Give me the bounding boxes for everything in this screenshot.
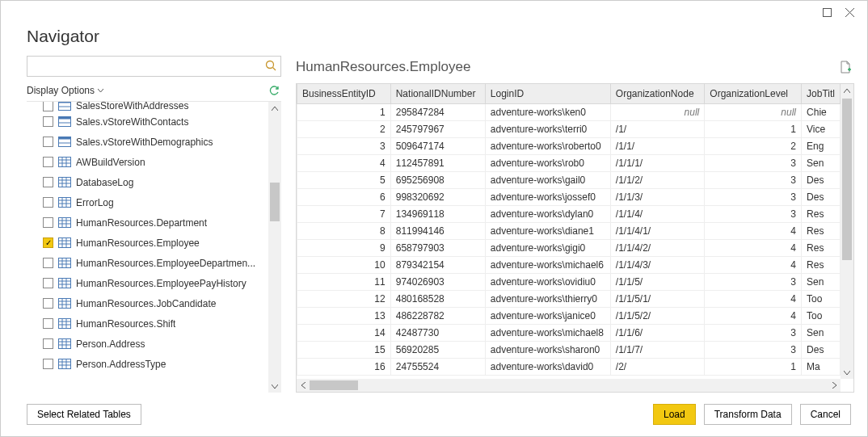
svg-rect-6 — [59, 102, 71, 103]
table-row[interactable]: 10879342154adventure-works\michael6/1/1/… — [297, 256, 841, 273]
tree-item[interactable]: SalesStoreWithAddresses — [27, 102, 268, 111]
cell: 3 — [705, 324, 802, 341]
svg-rect-34 — [59, 237, 71, 247]
checkbox[interactable] — [43, 359, 53, 369]
navigator-tree[interactable]: SalesStoreWithAddressesSales.vStoreWithC… — [27, 102, 268, 393]
scroll-up-icon[interactable] — [841, 84, 853, 97]
tree-item-label: DatabaseLog — [76, 177, 133, 188]
table-row[interactable]: 8811994146adventure-works\diane1/1/1/4/1… — [297, 222, 841, 239]
grid-vertical-scrollbar[interactable] — [841, 84, 853, 379]
tree-item[interactable]: HumanResources.Employee — [27, 233, 268, 253]
table-row[interactable]: 1556920285adventure-works\sharon0/1/1/7/… — [297, 341, 841, 358]
refresh-button[interactable] — [268, 85, 280, 96]
table-row[interactable]: 11974026903adventure-works\ovidiu0/1/1/5… — [297, 273, 841, 290]
tree-item[interactable]: DatabaseLog — [27, 172, 268, 192]
checkbox[interactable] — [43, 278, 53, 288]
scroll-down-icon[interactable] — [268, 380, 281, 393]
checkbox[interactable] — [43, 338, 53, 349]
tree-item-label: Person.Address — [76, 338, 145, 350]
scroll-down-icon[interactable] — [841, 366, 853, 379]
checkbox[interactable] — [43, 258, 53, 268]
scroll-thumb[interactable] — [842, 99, 852, 260]
cell: adventure-works\terri0 — [485, 120, 610, 137]
table-row[interactable]: 7134969118adventure-works\dylan0/1/1/4/3… — [297, 205, 841, 222]
tree-item[interactable]: ErrorLog — [27, 192, 268, 212]
navigator-dialog: Navigator Display Options SalesStoreWi — [0, 0, 868, 437]
table-row[interactable]: 12480168528adventure-works\thierry0/1/1/… — [297, 290, 841, 307]
cell: Too — [802, 290, 841, 307]
table-row[interactable]: 2245797967adventure-works\terri0/1/1Vice — [297, 120, 841, 137]
checkbox[interactable] — [43, 217, 53, 228]
checkbox[interactable] — [43, 318, 53, 329]
cell: 8 — [297, 222, 391, 239]
tree-item[interactable]: AWBuildVersion — [27, 152, 268, 172]
tree-item[interactable]: Sales.vStoreWithDemographics — [27, 132, 268, 152]
column-header[interactable]: LoginID — [485, 84, 610, 103]
refresh-icon — [268, 85, 280, 96]
cell: 10 — [297, 256, 391, 273]
preview-options-button[interactable] — [840, 61, 851, 74]
table-row[interactable]: 9658797903adventure-works\gigi0/1/1/4/2/… — [297, 239, 841, 256]
table-row[interactable]: 6998320692adventure-works\jossef0/1/1/3/… — [297, 188, 841, 205]
tree-item[interactable]: HumanResources.Shift — [27, 313, 268, 334]
tree-item[interactable]: Person.Address — [27, 334, 268, 354]
checkbox[interactable] — [43, 197, 53, 208]
tree-item[interactable]: HumanResources.EmployeePayHistory — [27, 273, 268, 293]
cancel-button[interactable]: Cancel — [800, 404, 851, 425]
search-icon[interactable] — [265, 60, 276, 71]
transform-data-button[interactable]: Transform Data — [704, 404, 792, 425]
tree-vertical-scrollbar[interactable] — [268, 102, 281, 393]
select-related-tables-button[interactable]: Select Related Tables — [27, 404, 141, 425]
scroll-right-icon[interactable] — [828, 379, 841, 392]
close-button[interactable] — [838, 4, 861, 20]
cell: Ma — [802, 358, 841, 375]
column-header[interactable]: NationalIDNumber — [390, 84, 485, 103]
tree-item[interactable]: HumanResources.Department — [27, 212, 268, 233]
data-grid[interactable]: BusinessEntityIDNationalIDNumberLoginIDO… — [296, 83, 854, 393]
table-row[interactable]: 1624755524adventure-works\david0/2/1Ma — [297, 358, 841, 375]
checkbox[interactable] — [43, 137, 53, 147]
table-row[interactable]: 13486228782adventure-works\janice0/1/1/5… — [297, 307, 841, 324]
display-options-dropdown[interactable]: Display Options — [27, 85, 103, 96]
tree-item[interactable]: HumanResources.EmployeeDepartmen... — [27, 253, 268, 273]
checkbox[interactable] — [43, 298, 53, 309]
cell: /1/ — [610, 120, 704, 137]
scroll-thumb[interactable] — [310, 380, 358, 390]
table-row[interactable]: 1295847284adventure-works\ken0nullnullCh… — [297, 103, 841, 120]
cell: /1/1/4/1/ — [610, 222, 704, 239]
grid-horizontal-scrollbar[interactable] — [297, 379, 841, 392]
checkbox[interactable] — [43, 177, 53, 187]
column-header[interactable]: OrganizationLevel — [705, 84, 802, 103]
search-input[interactable] — [27, 56, 281, 77]
cell: 2 — [705, 137, 802, 154]
tree-item[interactable]: HumanResources.JobCandidate — [27, 293, 268, 313]
table-row[interactable]: 5695256908adventure-works\gail0/1/1/2/3D… — [297, 171, 841, 188]
checkbox[interactable] — [43, 237, 53, 248]
cell: 4 — [705, 307, 802, 324]
svg-rect-0 — [823, 8, 831, 16]
load-button[interactable]: Load — [653, 404, 696, 425]
cell: 480168528 — [390, 290, 485, 307]
column-header[interactable]: BusinessEntityID — [297, 84, 391, 103]
scroll-thumb[interactable] — [270, 183, 280, 221]
tree-item-label: ErrorLog — [76, 197, 114, 208]
scroll-up-icon[interactable] — [268, 102, 281, 115]
table-row[interactable]: 3509647174adventure-works\roberto0/1/1/2… — [297, 137, 841, 154]
cell: adventure-works\gigi0 — [485, 239, 610, 256]
cell: adventure-works\janice0 — [485, 307, 610, 324]
svg-line-4 — [273, 68, 276, 71]
maximize-button[interactable] — [815, 4, 838, 20]
tree-item[interactable]: Sales.vStoreWithContacts — [27, 111, 268, 132]
checkbox[interactable] — [43, 102, 53, 111]
checkbox[interactable] — [43, 157, 53, 167]
scroll-left-icon[interactable] — [297, 379, 310, 392]
table-row[interactable]: 4112457891adventure-works\rob0/1/1/1/3Se… — [297, 154, 841, 171]
column-header[interactable]: JobTitl — [802, 84, 841, 103]
column-header[interactable]: OrganizationNode — [610, 84, 704, 103]
table-row[interactable]: 1442487730adventure-works\michael8/1/1/6… — [297, 324, 841, 341]
tree-item-label: HumanResources.Department — [76, 217, 207, 229]
checkbox[interactable] — [43, 116, 53, 127]
cell: 7 — [297, 205, 391, 222]
tree-item[interactable]: Person.AddressType — [27, 354, 268, 374]
cell: 811994146 — [390, 222, 485, 239]
